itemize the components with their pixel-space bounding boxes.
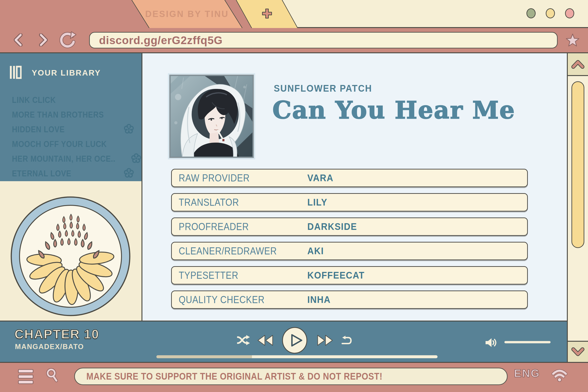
sidebar-item-hidden-love[interactable]: HIDDEN LOVE	[12, 122, 134, 137]
sidebar: YOUR LIBRARY LINK CLICK MORE THAN BROTHE…	[0, 53, 142, 320]
forward-button[interactable]	[37, 34, 49, 47]
navigation-bar: discord.gg/erG2zffq5G	[0, 28, 588, 53]
player-bar: CHAPTER 10 MANGADEX/BATO	[0, 320, 567, 362]
chevron-down-icon	[570, 347, 585, 356]
credit-row-typesetter: TYPESETTER KOFFEECAT	[171, 266, 528, 284]
group-name: SUNFLOWER PATCH	[274, 83, 383, 94]
window-button-green[interactable]	[526, 8, 536, 18]
menu-button[interactable]	[18, 369, 34, 386]
sidebar-logo-panel	[0, 181, 142, 320]
shuffle-button[interactable]	[237, 334, 250, 347]
volume-slider[interactable]	[504, 341, 550, 343]
progress-played	[156, 355, 252, 358]
credit-name: INHA	[307, 294, 331, 305]
tab-bar: DESIGN BY TINU	[0, 0, 588, 28]
flower-icon	[131, 153, 142, 165]
progress-bar[interactable]	[156, 355, 438, 358]
bookmark-star-icon[interactable]	[566, 33, 580, 48]
sidebar-item-eternal-love[interactable]: ETERNAL LOVE	[12, 166, 134, 181]
scrollbar	[567, 53, 588, 362]
fast-forward-button[interactable]	[316, 334, 334, 347]
sidebar-item-link-click[interactable]: LINK CLICK	[12, 93, 134, 108]
sidebar-item-her-mountain-her-ocean[interactable]: HER MOUNTAIN, HER OCE..	[12, 152, 134, 166]
credit-name: AKI	[307, 246, 324, 256]
plus-icon	[260, 7, 274, 21]
tab-title: DESIGN BY TINU	[145, 9, 229, 19]
url-bar[interactable]: discord.gg/erG2zffq5G	[89, 32, 558, 48]
credit-row-cleaner-redrawer: CLEANER/REDRAWER AKI	[171, 242, 528, 260]
credit-role: CLEANER/REDRAWER	[179, 245, 277, 257]
refresh-button[interactable]	[58, 31, 76, 50]
window-button-pink[interactable]	[565, 8, 574, 18]
wifi-icon	[552, 368, 567, 384]
credit-row-quality-checker: QUALITY CHECKER INHA	[171, 290, 528, 309]
app-window: DESIGN BY TINU	[0, 0, 588, 392]
search-icon	[46, 368, 59, 383]
credit-role: QUALITY CHECKER	[179, 294, 264, 306]
library-header[interactable]: YOUR LIBRARY	[9, 65, 101, 80]
scrollbar-thumb[interactable]	[572, 81, 584, 248]
chapter-label: CHAPTER 10	[14, 326, 99, 342]
play-button[interactable]	[282, 327, 308, 354]
scroll-down-button[interactable]	[568, 341, 588, 362]
credit-name: LILY	[307, 197, 328, 208]
status-bar: MAKE SURE TO SUPPORT THE ORIGINAL ARTIST…	[0, 362, 588, 392]
volume-icon[interactable]	[485, 337, 498, 349]
sidebar-item-more-than-brothers[interactable]: MORE THAN BROTHERS	[12, 108, 134, 122]
scroll-up-button[interactable]	[568, 53, 588, 76]
credit-name: VARA	[307, 172, 334, 184]
language-toggle[interactable]: ENG	[514, 367, 540, 380]
credit-role: RAW PROVIDER	[179, 172, 250, 184]
hamburger-icon	[18, 369, 34, 385]
repeat-button[interactable]	[340, 335, 352, 347]
status-message: MAKE SURE TO SUPPORT THE ORIGINAL ARTIST…	[86, 371, 382, 382]
chevron-up-icon	[570, 60, 585, 69]
library-icon	[9, 65, 22, 80]
credit-row-raw-provider: RAW PROVIDER VARA	[171, 169, 528, 187]
sidebar-item-mooch-off-your-luck[interactable]: MOOCH OFF YOUR LUCK	[12, 137, 134, 152]
library-label: YOUR LIBRARY	[32, 68, 101, 78]
credit-role: TRANSLATOR	[179, 196, 239, 208]
sunflower-logo	[7, 193, 134, 320]
search-button[interactable]	[46, 368, 59, 384]
credit-row-proofreader: PROOFREADER DARKSIDE	[171, 218, 528, 236]
browser-tab-active[interactable]: DESIGN BY TINU	[131, 0, 243, 29]
page-title: Can You Hear Me	[272, 96, 515, 124]
credit-row-translator: TRANSLATOR LILY	[171, 193, 528, 212]
credit-role: PROOFREADER	[179, 221, 249, 232]
window-controls	[526, 8, 574, 18]
sources-label: MANGADEX/BATO	[15, 343, 84, 351]
credit-role: TYPESETTER	[179, 270, 238, 281]
main-content: SUNFLOWER PATCH Can You Hear Me RAW PROV…	[142, 53, 567, 320]
status-message-pill: MAKE SURE TO SUPPORT THE ORIGINAL ARTIST…	[74, 368, 508, 385]
flower-icon	[124, 168, 134, 179]
window-button-yellow[interactable]	[546, 8, 555, 18]
credits-list: RAW PROVIDER VARA TRANSLATOR LILY PROOFR…	[171, 169, 528, 315]
url-text: discord.gg/erG2zffq5G	[99, 34, 222, 46]
cover-art	[169, 75, 254, 158]
library-list: LINK CLICK MORE THAN BROTHERS HIDDEN LOV…	[12, 93, 134, 181]
back-button[interactable]	[13, 34, 25, 47]
rewind-button[interactable]	[257, 334, 274, 347]
credit-name: KOFFEECAT	[307, 270, 365, 281]
credit-name: DARKSIDE	[307, 221, 357, 232]
flower-icon	[124, 124, 134, 135]
